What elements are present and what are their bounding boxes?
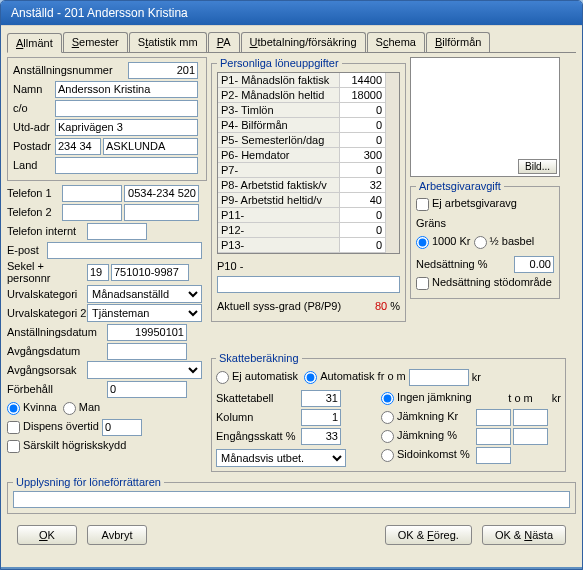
kvinna-radio[interactable]: Kvinna	[7, 401, 57, 415]
salary-row-value[interactable]: 0	[340, 163, 385, 177]
tab-statistik[interactable]: Statistik mm	[129, 32, 207, 52]
sido-radio[interactable]: Sidoinkomst %	[381, 448, 476, 462]
dispens-check[interactable]: Dispens övertid	[7, 420, 99, 434]
tel1a-input[interactable]	[62, 185, 122, 202]
salary-row-label[interactable]: P8- Arbetstid faktisk/v	[218, 178, 340, 192]
general-group: Anställningsnummer Namn c/o Utd-adr Post…	[7, 57, 207, 181]
tel2a-input[interactable]	[62, 204, 122, 221]
nasta-button[interactable]: OK & Nästa	[482, 525, 566, 545]
salary-row-label[interactable]: P11-	[218, 208, 340, 222]
salary-row-value[interactable]: 40	[340, 193, 385, 207]
anstdat-input[interactable]	[107, 324, 187, 341]
sekel-label: Sekel + personnr	[7, 260, 87, 284]
anst-nr-input[interactable]	[128, 62, 198, 79]
tel2b-input[interactable]	[124, 204, 199, 221]
jamk-kr-radio[interactable]: Jämkning Kr	[381, 410, 476, 424]
land-input[interactable]	[55, 157, 198, 174]
tab-allmant[interactable]: Allmänt	[7, 33, 62, 53]
p10-input[interactable]	[217, 276, 400, 293]
tab-bilforman[interactable]: Bilförmån	[426, 32, 490, 52]
engang-input[interactable]	[301, 428, 341, 445]
tab-schema[interactable]: Schema	[367, 32, 425, 52]
sarskilt-check[interactable]: Särskilt högriskskydd	[7, 439, 126, 453]
engang-label: Engångsskatt %	[216, 430, 301, 442]
utbet-select[interactable]: Månadsvis utbet.	[216, 449, 346, 467]
salary-row-label[interactable]: P2- Månadslön heltid	[218, 88, 340, 102]
employee-window: Anställd - 201 Andersson Kristina Allmän…	[0, 0, 583, 570]
avgdat-input[interactable]	[107, 343, 187, 360]
titlebar: Anställd - 201 Andersson Kristina	[1, 1, 582, 25]
sekel-input[interactable]	[87, 264, 109, 281]
bild-button[interactable]: Bild...	[518, 159, 557, 174]
salary-row-label[interactable]: P3- Timlön	[218, 103, 340, 117]
pnr-input[interactable]	[111, 264, 189, 281]
postnr-input[interactable]	[55, 138, 101, 155]
tel1b-input[interactable]	[124, 185, 199, 202]
jamk-pct-tom-input[interactable]	[513, 428, 548, 445]
co-label: c/o	[13, 102, 55, 114]
ej-auto-radio[interactable]: Ej automatisk	[216, 370, 298, 384]
salary-row-label[interactable]: P13-	[218, 238, 340, 252]
dispens-input[interactable]	[102, 419, 142, 436]
salary-row-label[interactable]: P12-	[218, 223, 340, 237]
jamk-kr-tom-input[interactable]	[513, 409, 548, 426]
upplys-legend: Upplysning för löneförrättaren	[13, 476, 164, 488]
forbehall-input[interactable]	[107, 381, 187, 398]
epost-input[interactable]	[47, 242, 202, 259]
sido-input[interactable]	[476, 447, 511, 464]
ingen-jamk-radio[interactable]: Ingen jämkning	[381, 391, 500, 405]
telint-input[interactable]	[87, 223, 147, 240]
kr-label: kr	[472, 371, 481, 383]
kolumn-input[interactable]	[301, 409, 341, 426]
salary-row-label[interactable]: P5- Semesterlön/dag	[218, 133, 340, 147]
upplys-input[interactable]	[13, 491, 570, 508]
avbryt-button[interactable]: Avbryt	[87, 525, 147, 545]
salary-row-label[interactable]: P4- Bilförmån	[218, 118, 340, 132]
salary-scrollbar[interactable]	[385, 73, 399, 253]
content: Allmänt Semester Statistik mm PA Utbetal…	[1, 25, 582, 567]
co-input[interactable]	[55, 100, 198, 117]
epost-label: E-post	[7, 244, 47, 256]
urval2-select[interactable]: Tjänsteman	[87, 304, 202, 322]
salary-row-value[interactable]: 0	[340, 133, 385, 147]
tab-pa[interactable]: PA	[208, 32, 240, 52]
avgorsak-select[interactable]	[87, 361, 202, 379]
foreg-button[interactable]: OK & Föreg.	[385, 525, 472, 545]
tab-semester[interactable]: Semester	[63, 32, 128, 52]
jamk-kr-input[interactable]	[476, 409, 511, 426]
salary-grid: P1- Månadslön faktisk14400P2- Månadslön …	[217, 72, 400, 254]
postort-input[interactable]	[103, 138, 198, 155]
namn-input[interactable]	[55, 81, 198, 98]
auto-date-input[interactable]	[409, 369, 469, 386]
salary-row-label[interactable]: P9- Arbetstid heltid/v	[218, 193, 340, 207]
auto-radio[interactable]: Automatisk fr o m	[304, 370, 406, 384]
salary-row-label[interactable]: P6- Hemdator	[218, 148, 340, 162]
tom-label: t o m	[508, 392, 532, 404]
salary-row-label[interactable]: P1- Månadslön faktisk	[218, 73, 340, 87]
grans-basbel-radio[interactable]: ½ basbel	[474, 235, 535, 249]
salary-row-value[interactable]: 32	[340, 178, 385, 192]
ok-button[interactable]: OK	[17, 525, 77, 545]
salary-row-label[interactable]: P7-	[218, 163, 340, 177]
salary-row-value[interactable]: 0	[340, 103, 385, 117]
namn-label: Namn	[13, 83, 55, 95]
neds-input[interactable]	[514, 256, 554, 273]
grans-1000kr-radio[interactable]: 1000 Kr	[416, 235, 471, 249]
salary-row-value[interactable]: 0	[340, 223, 385, 237]
salary-row-value[interactable]: 0	[340, 208, 385, 222]
salary-row-value[interactable]: 300	[340, 148, 385, 162]
ej-arbgiv-check[interactable]: Ej arbetsgivaravg	[416, 197, 517, 211]
urval1-select[interactable]: Månadsanställd	[87, 285, 202, 303]
jamk-pct-radio[interactable]: Jämkning %	[381, 429, 476, 443]
salary-row-value[interactable]: 14400	[340, 73, 385, 87]
tab-utbetalning[interactable]: Utbetalning/försäkring	[241, 32, 366, 52]
salary-row-value[interactable]: 0	[340, 118, 385, 132]
utdadr-input[interactable]	[55, 119, 198, 136]
tabell-input[interactable]	[301, 390, 341, 407]
salary-row-value[interactable]: 0	[340, 238, 385, 252]
salary-row-value[interactable]: 18000	[340, 88, 385, 102]
forbehall-label: Förbehåll	[7, 383, 107, 395]
man-radio[interactable]: Man	[63, 401, 100, 415]
jamk-pct-input[interactable]	[476, 428, 511, 445]
stod-check[interactable]: Nedsättning stödområde	[416, 276, 552, 290]
